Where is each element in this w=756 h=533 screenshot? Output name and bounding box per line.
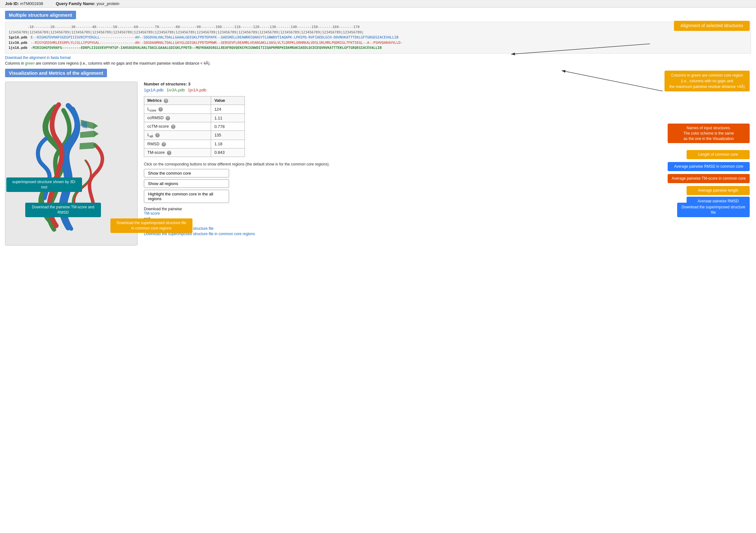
num-row: 123456789|123456789|123456789|123456789|… [9, 30, 364, 34]
struct-count: Number of structures: 3 [144, 82, 751, 86]
download-tm-rmsd-text: Download the pairwise [144, 207, 182, 211]
metrics-table: Metrics ? Value Lcore ?124ccRMSD ?1.11cc… [144, 96, 245, 157]
alignment-note: Download the alignment in fasta format [5, 56, 751, 60]
ruler-row: -10--------20--------30--------40-------… [9, 25, 360, 29]
vis-section-header: Visualization and Metrics of the alignme… [5, 69, 107, 77]
download-superimposed-link[interactable]: Download the superimposed structure file [144, 226, 751, 231]
main-section: Number of structures: 3 1gx1A.pdb 1iv3A.… [5, 82, 751, 245]
struct1-link[interactable]: 1gx1A.pdb [144, 88, 163, 92]
metric-name-cell: RMSD ? [144, 140, 211, 148]
top-bar: Job ID: mTM001938 Query Family Name: you… [0, 0, 756, 8]
show-all-regions-btn[interactable]: Show all regions [144, 179, 229, 188]
metric-value-cell: 0.843 [211, 148, 245, 157]
metric-name-cell: ccRMSD ? [144, 114, 211, 122]
alignment-section-header: Multiple structure alignment [5, 11, 76, 19]
seq1: E--RIGHGFDVHAFGGEGPIIIGVRIPYEKGLL-------… [31, 35, 398, 39]
download-section: Download the pairwise TM-score and RMSD … [144, 207, 751, 236]
seq1-label: 1gx1A.pdb [9, 35, 29, 39]
metric-help-icon[interactable]: ? [162, 142, 166, 146]
metric-value-cell: 135 [211, 131, 245, 140]
metrics-col-header: Metrics ? [144, 96, 211, 105]
struct3-link[interactable]: 1jn1A.pdb [188, 88, 206, 92]
metric-name-cell: Lali ? [144, 131, 211, 140]
job-id: Job ID: mTM001938 [5, 1, 43, 6]
rmsd-link[interactable]: RMSD [144, 221, 751, 225]
metric-help-icon[interactable]: ? [171, 124, 176, 129]
green-note: green [25, 61, 35, 65]
seq3: -MIRIGHGFDVHAFG---------EDRPLIIGGVEVPYHT… [31, 46, 382, 50]
seq2-label: 1iv3A.pdb [9, 41, 29, 45]
metric-help-icon[interactable]: ? [167, 151, 171, 155]
metric-help-icon[interactable]: ? [158, 107, 163, 112]
metric-value-cell: 1.18 [211, 140, 245, 148]
download-common-core-link[interactable]: Download the superimposed structure file… [144, 232, 751, 236]
struct2-link[interactable]: 1iv3A.pdb [167, 88, 185, 92]
seq3-label: 1jn1A.pdb [9, 46, 29, 50]
download-fasta-link[interactable]: Download the alignment in fasta format [5, 56, 71, 60]
mol-viewer [5, 82, 138, 245]
struct-links: 1gx1A.pdb 1iv3A.pdb 1jn1A.pdb [144, 88, 751, 92]
metrics-help-icon[interactable]: ? [164, 99, 168, 103]
seq2: --RIGYGEDSHRLEEGRPLYLCGLLIPSPVGAL-------… [31, 41, 403, 45]
metric-value-cell: 0.778 [211, 122, 245, 131]
show-common-core-btn[interactable]: Show the common core [144, 169, 229, 177]
page-content: Multiple structure alignment -10--------… [0, 8, 756, 249]
metric-value-cell: 124 [211, 105, 245, 114]
metric-name-cell: TM-score ? [144, 148, 211, 157]
metric-name-cell: Lcore ? [144, 105, 211, 114]
metric-help-icon[interactable]: ? [166, 116, 170, 120]
tm-score-link[interactable]: TM-score [144, 211, 751, 216]
metric-name-cell: ccTM-score ? [144, 122, 211, 131]
alignment-note2: Columns in green are common core regions… [5, 61, 751, 65]
button-instruction: Click on the corresponding buttons to sh… [144, 162, 751, 166]
metric-help-icon[interactable]: ? [155, 133, 160, 138]
alignment-display: -10--------20--------30--------40-------… [5, 22, 751, 54]
button-section: Click on the corresponding buttons to sh… [144, 162, 751, 203]
query-family: Query Family Name: your_protein [56, 1, 120, 6]
right-panel: Number of structures: 3 1gx1A.pdb 1iv3A.… [144, 82, 751, 245]
metric-value-cell: 1.11 [211, 114, 245, 122]
highlight-common-core-btn[interactable]: Highlight the common core in the all reg… [144, 190, 229, 203]
value-col-header: Value [211, 96, 245, 105]
